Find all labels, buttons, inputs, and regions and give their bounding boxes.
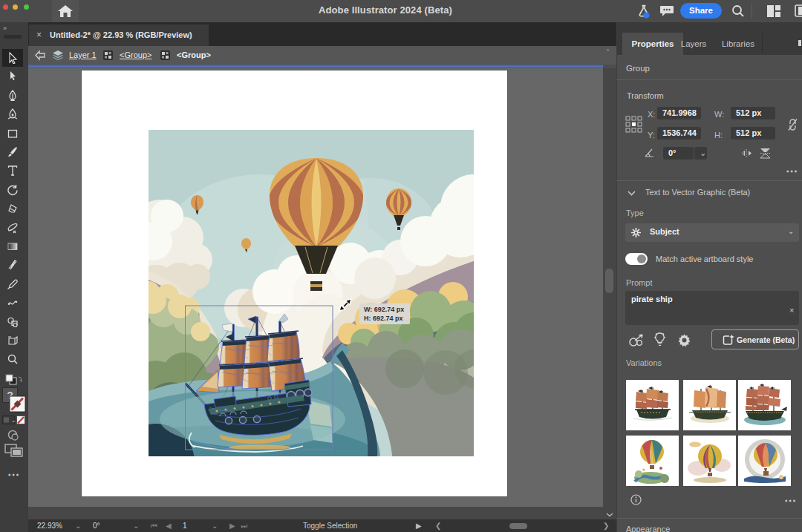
svg-text:H: 692.74 px: H: 692.74 px <box>364 315 403 322</box>
svg-text:W: 692.74 px: W: 692.74 px <box>364 306 404 313</box>
svg-text:⌄: ⌄ <box>11 417 16 424</box>
